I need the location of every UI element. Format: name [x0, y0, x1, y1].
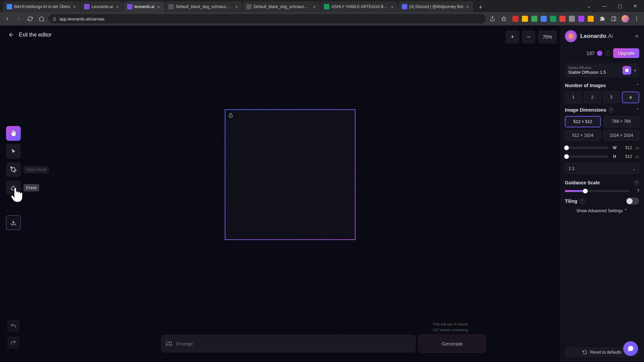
- extension-icon[interactable]: [550, 16, 556, 22]
- tiling-toggle[interactable]: [626, 197, 639, 205]
- tab-favicon: [127, 4, 132, 9]
- model-name: Stable Diffusion 1.5: [568, 70, 620, 75]
- section-label: Image Dimensions: [565, 107, 606, 113]
- dim-768x768[interactable]: 768 × 768: [603, 116, 639, 127]
- browser-tab[interactable]: Leonardo.ai×: [81, 1, 123, 12]
- browser-tab[interactable]: (4) Discord | @Midjourney Bot×: [398, 1, 473, 12]
- close-icon[interactable]: ×: [115, 4, 120, 9]
- tab-favicon: [7, 4, 12, 9]
- extension-icon[interactable]: [559, 16, 566, 22]
- star-icon[interactable]: [499, 14, 508, 23]
- chevron-down-icon[interactable]: ⌄: [582, 1, 596, 11]
- tab-title: ASHLY YAMILE ARTEAGA BLAN: [331, 4, 388, 9]
- tiling-label: Tiling: [565, 198, 577, 204]
- collapse-panel-icon[interactable]: [633, 33, 639, 39]
- num-images-1[interactable]: 1: [565, 92, 582, 103]
- chat-bubble-button[interactable]: [623, 341, 638, 356]
- redo-button[interactable]: [7, 337, 19, 349]
- panel-header: Leonardo.Ai: [565, 30, 639, 42]
- select-tool[interactable]: [6, 144, 21, 159]
- lock-icon[interactable]: [228, 113, 233, 118]
- browser-chrome: Bild-Erstellungs-KI in der Übers× Leonar…: [0, 0, 644, 25]
- maximize-button[interactable]: ▢: [612, 1, 627, 11]
- width-label: W: [612, 145, 617, 150]
- info-icon[interactable]: i: [605, 51, 610, 56]
- browser-tab[interactable]: Default_black_dog_schnauzer_f×: [165, 1, 242, 12]
- generate-button[interactable]: Generate: [419, 335, 486, 353]
- info-icon[interactable]: ?: [579, 198, 585, 204]
- close-icon[interactable]: ×: [465, 4, 470, 9]
- extension-icon[interactable]: [541, 16, 547, 22]
- guidance-slider[interactable]: [565, 190, 629, 192]
- extension-icon[interactable]: [531, 16, 537, 22]
- upgrade-button[interactable]: Upgrade: [613, 48, 639, 58]
- dim-512x1024[interactable]: 512 × 1024: [565, 130, 601, 141]
- width-slider[interactable]: [565, 147, 608, 149]
- extension-icon[interactable]: [569, 16, 575, 22]
- back-arrow-icon[interactable]: [7, 31, 15, 39]
- url-field[interactable]: app.leonardo.ai/canvas: [48, 14, 486, 23]
- brand-name: Leonardo.Ai: [580, 33, 613, 40]
- zoom-in-button[interactable]: +: [506, 30, 519, 44]
- num-images-2[interactable]: 2: [584, 92, 601, 103]
- reload-button[interactable]: [25, 14, 35, 23]
- pan-tool[interactable]: [6, 126, 21, 141]
- info-icon[interactable]: ?: [608, 107, 614, 113]
- erase-tool[interactable]: Erase: [6, 180, 21, 195]
- profile-avatar[interactable]: [621, 14, 630, 23]
- height-slider-row: H 512 px: [565, 154, 639, 159]
- close-icon[interactable]: ×: [234, 4, 239, 9]
- download-tool[interactable]: [6, 215, 21, 230]
- sliders-icon[interactable]: [166, 340, 172, 347]
- px-label: px: [635, 146, 639, 150]
- extension-icon[interactable]: [522, 16, 528, 22]
- aspect-ratio-select[interactable]: 1:1 ⌄: [565, 163, 639, 174]
- extension-icon[interactable]: [513, 16, 519, 22]
- browser-tab[interactable]: ASHLY YAMILE ARTEAGA BLAN×: [321, 1, 398, 12]
- close-icon[interactable]: ×: [390, 4, 394, 9]
- section-guidance: Guidance Scale ?: [565, 180, 639, 185]
- new-tab-button[interactable]: +: [476, 3, 485, 12]
- tab-favicon: [324, 4, 329, 9]
- info-icon[interactable]: ?: [634, 180, 639, 185]
- close-icon[interactable]: ×: [72, 4, 77, 9]
- side-panel-icon[interactable]: [609, 14, 619, 23]
- browser-tab-active[interactable]: leonardo.ai×: [124, 1, 164, 12]
- prompt-input[interactable]: [176, 341, 411, 347]
- tab-title: Leonardo.ai: [92, 4, 113, 9]
- draw-mask-tool[interactable]: Draw Mask: [6, 162, 21, 177]
- extensions-icon[interactable]: [598, 14, 607, 23]
- generation-frame[interactable]: [225, 109, 356, 240]
- forward-button[interactable]: [14, 14, 23, 23]
- guidance-slider-row: 7: [565, 189, 639, 193]
- share-icon[interactable]: [488, 14, 497, 23]
- home-button[interactable]: [37, 14, 46, 23]
- extension-icon[interactable]: [588, 16, 594, 22]
- num-images-3[interactable]: 3: [603, 92, 620, 103]
- undo-button[interactable]: [7, 320, 19, 332]
- browser-tab[interactable]: Default_black_dog_schnauzer_f×: [243, 1, 320, 12]
- extension-icon[interactable]: [578, 16, 584, 22]
- zoom-value[interactable]: 75%: [538, 30, 557, 44]
- exit-editor-link[interactable]: Exit the editor: [19, 32, 52, 38]
- browser-tab[interactable]: Bild-Erstellungs-KI in der Übers×: [3, 1, 80, 12]
- dim-512x512[interactable]: 512 × 512: [565, 116, 601, 127]
- token-count: 137: [587, 51, 594, 56]
- back-button[interactable]: [3, 14, 12, 23]
- close-icon[interactable]: ×: [312, 4, 317, 9]
- show-advanced-link[interactable]: Show Advanced Settings ⌃: [565, 208, 639, 213]
- dim-1024x1024[interactable]: 1024 × 1024: [603, 130, 639, 141]
- section-num-images[interactable]: Number of Images ⌃: [565, 83, 639, 88]
- minimize-button[interactable]: ―: [597, 1, 612, 11]
- section-dimensions[interactable]: Image Dimensions ? ⌃: [565, 107, 639, 113]
- undo-redo: [7, 320, 19, 349]
- model-select[interactable]: Stable Diffusion Stable Diffusion 1.5 ▾: [565, 63, 639, 77]
- url-text: app.leonardo.ai/canvas: [59, 16, 104, 21]
- num-images-4[interactable]: 4: [622, 92, 640, 103]
- hand-icon: [10, 130, 17, 137]
- zoom-out-button[interactable]: −: [522, 30, 535, 44]
- close-icon[interactable]: ×: [156, 4, 161, 9]
- menu-icon[interactable]: [632, 14, 641, 23]
- height-slider[interactable]: [565, 156, 608, 158]
- close-window-button[interactable]: ✕: [628, 1, 643, 11]
